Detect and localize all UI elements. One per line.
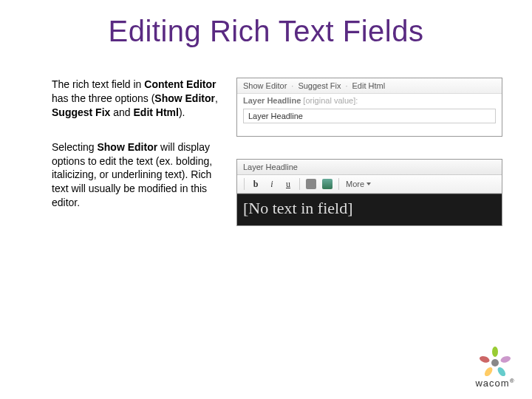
toolbar-separator (338, 178, 339, 190)
show-editor-link[interactable]: Show Editor (243, 81, 287, 90)
more-dropdown[interactable]: More (343, 180, 374, 188)
svg-point-5 (479, 355, 491, 364)
field-label: Layer Headline (243, 96, 301, 105)
more-label: More (346, 180, 364, 188)
field-toolbar: Show Editor · Suggest Fix · Edit Html (237, 78, 502, 94)
link-icon (306, 179, 316, 189)
chevron-down-icon (366, 183, 371, 185)
edit-html-link[interactable]: Edit Html (352, 81, 386, 90)
toolbar-separator (299, 178, 300, 190)
media-icon (322, 179, 332, 189)
wacom-logo-text: wacom® (474, 378, 516, 389)
wacom-logo-icon (474, 347, 516, 376)
bold-button[interactable]: b (248, 177, 263, 191)
bold-text: Content Editor (144, 78, 216, 90)
toolbar-separator (244, 178, 245, 190)
underline-button[interactable]: u (281, 177, 296, 191)
separator-dot: · (344, 81, 349, 90)
text: ). (179, 106, 185, 118)
editor-toolbar: b i u More (237, 175, 502, 194)
text: , (215, 92, 218, 104)
suggest-fix-link[interactable]: Suggest Fix (298, 81, 341, 90)
text: and (110, 106, 133, 118)
svg-point-2 (499, 355, 511, 364)
registered-mark: ® (510, 378, 515, 384)
svg-point-4 (483, 366, 494, 376)
svg-point-1 (492, 347, 498, 357)
media-button[interactable] (320, 177, 335, 191)
editor-tab[interactable]: Layer Headline (237, 160, 502, 175)
paragraph-1: The rich text field in Content Editor ha… (52, 78, 222, 120)
logo-brand: wacom (475, 378, 509, 389)
separator-dot: · (290, 81, 295, 90)
rich-text-editor-panel: Layer Headline b i u More [No text in fi… (236, 159, 502, 226)
italic-button[interactable]: i (265, 177, 279, 191)
text: The rich text field in (52, 78, 144, 90)
content-area: The rich text field in Content Editor ha… (0, 55, 532, 248)
field-label-suffix: [original value]: (301, 96, 358, 105)
right-column: Show Editor · Suggest Fix · Edit Html La… (222, 78, 502, 248)
bold-text: Suggest Fix (52, 106, 110, 118)
bold-text: Show Editor (97, 141, 157, 153)
svg-point-0 (491, 359, 499, 366)
field-label-row: Layer Headline [original value]: (237, 94, 502, 107)
editor-body[interactable]: [No text in field] (237, 194, 502, 225)
slide-title: Editing Rich Text Fields (0, 0, 532, 55)
text: has the three options ( (52, 92, 154, 104)
left-column: The rich text field in Content Editor ha… (52, 78, 222, 248)
text: Selecting (52, 141, 97, 153)
content-editor-panel: Show Editor · Suggest Fix · Edit Html La… (236, 78, 502, 137)
wacom-logo: wacom® (474, 347, 516, 389)
bold-text: Show Editor (154, 92, 215, 104)
link-button[interactable] (304, 177, 318, 191)
svg-point-3 (496, 366, 507, 376)
paragraph-2: Selecting Show Editor will display optio… (52, 140, 222, 210)
field-value-input[interactable]: Layer Headline (243, 109, 496, 123)
bold-text: Edit Html (134, 106, 179, 118)
